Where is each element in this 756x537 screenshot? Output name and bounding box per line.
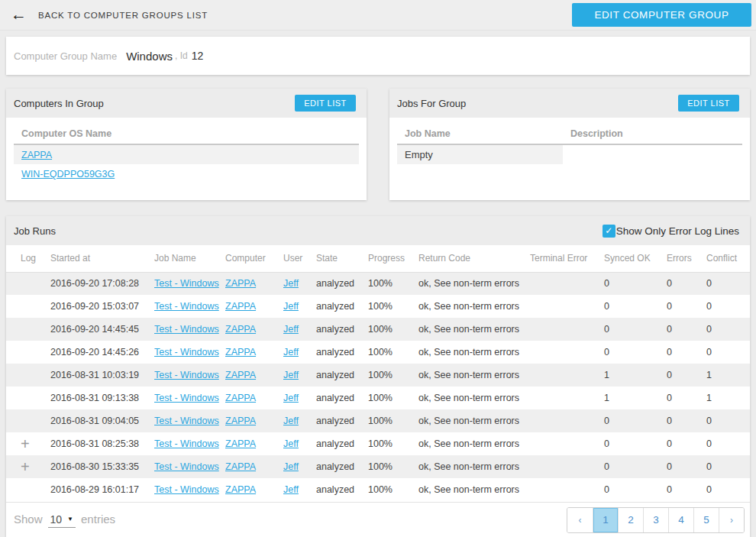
job-name-link[interactable]: Test - Windows xyxy=(154,416,219,426)
errors-cell: 0 xyxy=(667,272,706,295)
state-cell: analyzed xyxy=(316,387,368,409)
computer-link[interactable]: ZAPPA xyxy=(225,324,256,335)
log-cell: + xyxy=(6,432,50,455)
job-name-cell: Test - Windows xyxy=(154,364,225,387)
edit-computer-group-button[interactable]: EDIT COMPUTER GROUP xyxy=(572,3,751,27)
computer-link[interactable]: ZAPPA xyxy=(225,461,256,472)
back-label: BACK TO COMPUTER GROUPS LIST xyxy=(38,11,208,20)
show-only-error-checkbox[interactable]: ✓ xyxy=(603,225,615,238)
user-link[interactable]: Jeff xyxy=(283,370,299,380)
user-link[interactable]: Jeff xyxy=(283,278,299,289)
computer-link[interactable]: ZAPPA xyxy=(225,393,256,403)
jobs-column-header-description: Description xyxy=(563,122,742,144)
expand-log-icon[interactable]: + xyxy=(21,435,30,452)
job-run-row: 2016-08-31 10:03:19Test - WindowsZAPPAJe… xyxy=(6,364,750,387)
synced-ok-cell: 0 xyxy=(604,318,667,341)
job-name-link[interactable]: Test - Windows xyxy=(154,461,219,472)
user-link[interactable]: Jeff xyxy=(283,416,299,426)
computer-cell: ZAPPA xyxy=(14,144,359,164)
log-cell xyxy=(6,364,50,387)
user-cell: Jeff xyxy=(283,341,316,364)
job-runs-column-header: State xyxy=(316,245,368,272)
pagination-page-button[interactable]: 5 xyxy=(693,508,719,532)
back-to-groups-button[interactable]: ← BACK TO COMPUTER GROUPS LIST xyxy=(11,8,208,22)
computer-link[interactable]: WIN-EQDPPO59G3G xyxy=(21,169,115,180)
user-link[interactable]: Jeff xyxy=(283,461,299,472)
pagination-next-button[interactable]: › xyxy=(719,508,744,532)
job-name-link[interactable]: Test - Windows xyxy=(154,347,219,357)
terminal-error-cell xyxy=(530,364,604,387)
job-run-row: +2016-08-30 15:33:35Test - WindowsZAPPAJ… xyxy=(6,455,750,478)
terminal-error-cell xyxy=(530,432,604,455)
job-run-row: 2016-09-20 17:08:28Test - WindowsZAPPAJe… xyxy=(6,272,750,295)
user-link[interactable]: Jeff xyxy=(283,347,299,357)
filter-label: Show Only Error Log Lines xyxy=(616,225,739,237)
started-at-cell: 2016-09-20 15:03:07 xyxy=(50,295,154,318)
return-code-cell: ok, See non-term errors xyxy=(418,478,530,501)
pagination-page-button[interactable]: 4 xyxy=(668,508,693,532)
user-link[interactable]: Jeff xyxy=(283,301,299,312)
computer-link[interactable]: ZAPPA xyxy=(225,416,256,426)
computer-link[interactable]: ZAPPA xyxy=(225,278,256,289)
return-code-cell: ok, See non-term errors xyxy=(418,272,530,295)
job-name-cell: Empty xyxy=(397,144,563,164)
user-cell: Jeff xyxy=(283,478,316,501)
expand-log-icon[interactable]: + xyxy=(21,458,30,475)
return-code-cell: ok, See non-term errors xyxy=(418,387,530,409)
conflict-cell: 0 xyxy=(706,409,750,432)
log-cell xyxy=(6,272,50,295)
started-at-cell: 2016-08-30 15:33:35 xyxy=(50,455,154,478)
state-cell: analyzed xyxy=(316,409,368,432)
edit-jobs-list-button[interactable]: EDIT LIST xyxy=(678,95,739,112)
computer-link[interactable]: ZAPPA xyxy=(225,347,256,357)
state-cell: analyzed xyxy=(316,318,368,341)
user-link[interactable]: Jeff xyxy=(283,393,299,403)
job-name-link[interactable]: Test - Windows xyxy=(154,370,219,380)
job-name-link[interactable]: Test - Windows xyxy=(154,301,219,312)
computer-link[interactable]: ZAPPA xyxy=(225,484,256,495)
job-name-link[interactable]: Test - Windows xyxy=(154,484,219,495)
job-name-link[interactable]: Test - Windows xyxy=(154,438,219,449)
job-name-cell: Test - Windows xyxy=(154,341,225,364)
job-run-row: 2016-08-29 16:01:17Test - WindowsZAPPAJe… xyxy=(6,478,750,501)
pagination-page-button[interactable]: 1 xyxy=(593,508,618,532)
show-only-error-log-lines-filter[interactable]: ✓ Show Only Error Log Lines xyxy=(603,225,739,238)
jobs-for-group-panel: Jobs For Group EDIT LIST Job Name Descri… xyxy=(389,89,750,200)
entries-label: entries xyxy=(81,513,115,526)
job-name-link[interactable]: Test - Windows xyxy=(154,278,219,289)
computer-link[interactable]: ZAPPA xyxy=(225,438,256,449)
pagination-page-button[interactable]: 2 xyxy=(618,508,643,532)
user-link[interactable]: Jeff xyxy=(283,484,299,495)
terminal-error-cell xyxy=(530,478,604,501)
job-name-link[interactable]: Test - Windows xyxy=(154,393,219,403)
page-size-dropdown[interactable]: 10 ▼ xyxy=(48,513,76,528)
job-runs-table: LogStarted atJob NameComputerUserStatePr… xyxy=(6,245,750,501)
job-name-link[interactable]: Test - Windows xyxy=(154,324,219,335)
job-runs-column-header: Conflict xyxy=(706,245,750,272)
started-at-cell: 2016-08-31 10:03:19 xyxy=(50,364,154,387)
errors-cell: 0 xyxy=(667,432,706,455)
job-name-cell: Test - Windows xyxy=(154,478,225,501)
return-code-cell: ok, See non-term errors xyxy=(418,341,530,364)
pagination-page-button[interactable]: 3 xyxy=(643,508,668,532)
user-cell: Jeff xyxy=(283,455,316,478)
computers-in-group-panel: Computers In Group EDIT LIST Computer OS… xyxy=(6,89,367,200)
log-cell xyxy=(6,295,50,318)
user-link[interactable]: Jeff xyxy=(283,438,299,449)
synced-ok-cell: 0 xyxy=(604,455,667,478)
synced-ok-cell: 1 xyxy=(604,387,667,409)
return-code-cell: ok, See non-term errors xyxy=(418,432,530,455)
terminal-error-cell xyxy=(530,409,604,432)
progress-cell: 100% xyxy=(368,318,418,341)
computer-link[interactable]: ZAPPA xyxy=(21,150,52,160)
job-runs-column-header: Errors xyxy=(667,245,706,272)
user-cell: Jeff xyxy=(283,364,316,387)
computer-link[interactable]: ZAPPA xyxy=(225,301,256,312)
user-link[interactable]: Jeff xyxy=(283,324,299,335)
pagination-prev-button[interactable]: ‹ xyxy=(567,508,593,532)
computer-row: WIN-EQDPPO59G3G xyxy=(14,164,359,184)
edit-computers-list-button[interactable]: EDIT LIST xyxy=(295,95,356,112)
computer-link[interactable]: ZAPPA xyxy=(225,370,256,380)
jobs-table: Job Name Description Empty xyxy=(397,122,742,164)
job-runs-column-header: User xyxy=(283,245,316,272)
